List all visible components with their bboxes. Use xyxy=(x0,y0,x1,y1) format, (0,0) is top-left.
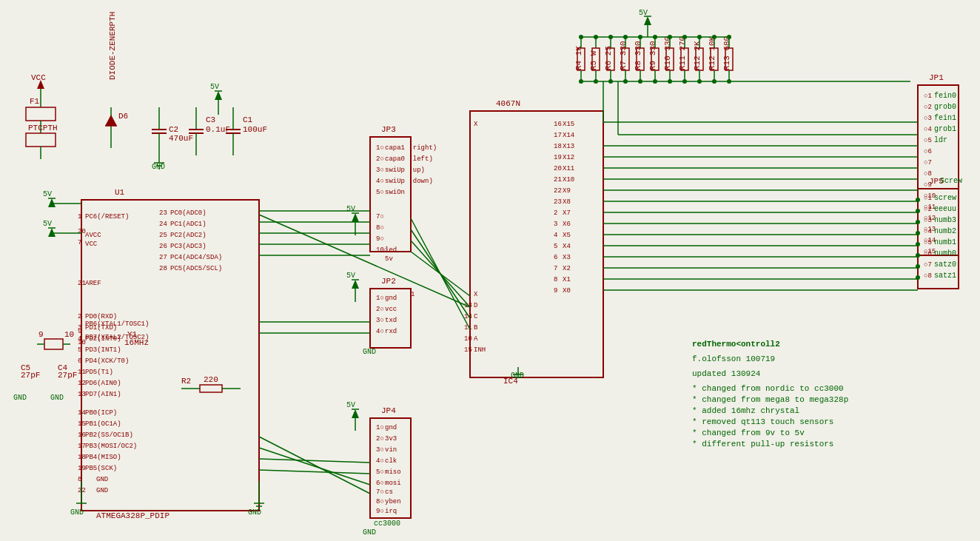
svg-text:9○: 9○ xyxy=(376,508,384,515)
svg-text:23: 23 xyxy=(159,209,167,217)
svg-text:○1: ○1 xyxy=(924,93,932,100)
svg-text:2○: 2○ xyxy=(376,155,384,163)
svg-text:4○: 4○ xyxy=(376,457,384,465)
svg-text:8○: 8○ xyxy=(376,498,384,505)
svg-text:PC3(ADC3): PC3(ADC3) xyxy=(170,243,207,250)
svg-text:1: 1 xyxy=(411,291,415,298)
svg-text:ATMEGA328P_PDIP: ATMEGA328P_PDIP xyxy=(96,511,170,520)
svg-text:R4 1K: R4 1K xyxy=(574,46,583,70)
svg-text:20: 20 xyxy=(78,228,86,235)
svg-text:2: 2 xyxy=(78,313,81,320)
schematic-canvas: ATMEGA328P_PDIP U1 PC0(ADC0) PC1(ADC1) P… xyxy=(0,0,980,541)
svg-text:5v: 5v xyxy=(385,255,393,263)
svg-text:○8: ○8 xyxy=(924,272,932,280)
svg-text:R6 25: R6 25 xyxy=(604,46,613,70)
svg-text:5V: 5V xyxy=(210,83,219,91)
svg-point-294 xyxy=(697,79,702,84)
svg-text:22: 22 xyxy=(554,187,562,195)
svg-text:PD1(TXD): PD1(TXD) xyxy=(85,324,117,332)
svg-text:20: 20 xyxy=(554,165,562,172)
svg-text:5V: 5V xyxy=(43,220,52,228)
svg-text:GND: GND xyxy=(363,528,376,537)
svg-text:5V: 5V xyxy=(346,401,355,409)
svg-point-275 xyxy=(594,35,598,39)
svg-text:R9 330: R9 330 xyxy=(648,41,657,70)
svg-text:GND: GND xyxy=(50,394,64,402)
svg-text:PB3(MOSI/OC2): PB3(MOSI/OC2) xyxy=(85,443,137,450)
svg-text:○7: ○7 xyxy=(924,159,932,167)
svg-point-358 xyxy=(916,231,920,235)
svg-point-274 xyxy=(579,35,583,39)
svg-text:6: 6 xyxy=(554,254,557,261)
svg-text:X15: X15 xyxy=(563,121,574,128)
svg-text:fein0: fein0 xyxy=(934,92,956,100)
svg-text:1○: 1○ xyxy=(376,144,384,152)
svg-text:7: 7 xyxy=(78,239,81,246)
svg-text:16: 16 xyxy=(554,121,562,128)
svg-text:F1: F1 xyxy=(30,97,40,106)
svg-text:PC2(ADC2): PC2(ADC2) xyxy=(170,232,207,239)
svg-text:○6: ○6 xyxy=(924,250,932,258)
svg-text:X: X xyxy=(474,121,478,128)
svg-text:11: 11 xyxy=(78,369,86,376)
svg-point-296 xyxy=(727,79,731,84)
svg-text:fein1: fein1 xyxy=(934,114,956,122)
svg-text:numb0: numb0 xyxy=(934,249,956,258)
svg-text:* added 16mhz chrystal: * added 16mhz chrystal xyxy=(692,406,799,415)
svg-text:18: 18 xyxy=(78,454,86,461)
svg-text:PD0(RXD): PD0(RXD) xyxy=(85,313,117,320)
svg-text:C1: C1 xyxy=(243,115,253,124)
svg-text:○5: ○5 xyxy=(924,137,932,144)
svg-text:7○: 7○ xyxy=(376,213,384,221)
svg-text:INH: INH xyxy=(474,346,486,354)
svg-text:JP3: JP3 xyxy=(381,125,396,134)
screw-label: Screw xyxy=(940,177,962,185)
svg-text:X14: X14 xyxy=(563,132,574,139)
svg-text:○4: ○4 xyxy=(924,126,932,133)
svg-text:19: 19 xyxy=(78,465,86,472)
svg-text:17: 17 xyxy=(78,443,86,450)
svg-point-289 xyxy=(623,79,628,84)
svg-point-356 xyxy=(916,209,920,213)
svg-text:txd: txd xyxy=(385,317,397,324)
svg-text:100uF: 100uF xyxy=(243,125,267,134)
svg-text:25: 25 xyxy=(159,232,167,239)
svg-text:PD5(T1): PD5(T1) xyxy=(85,369,113,376)
svg-text:GND: GND xyxy=(511,372,524,380)
svg-text:PTCPTH: PTCPTH xyxy=(28,124,58,132)
svg-text:PB5(SCK): PB5(SCK) xyxy=(85,465,117,472)
svg-text:○2: ○2 xyxy=(924,104,932,111)
svg-text:27pF: 27pF xyxy=(58,371,77,380)
svg-text:5: 5 xyxy=(554,243,557,250)
svg-point-282 xyxy=(697,35,702,39)
svg-text:PB4(MISO): PB4(MISO) xyxy=(85,454,121,461)
svg-text:irq: irq xyxy=(385,508,397,515)
svg-text:A: A xyxy=(474,335,478,343)
svg-text:PD3(INT1): PD3(INT1) xyxy=(85,346,121,354)
svg-point-291 xyxy=(653,79,657,84)
svg-text:PD7(AIN1): PD7(AIN1) xyxy=(85,391,121,398)
svg-text:X0: X0 xyxy=(563,287,571,295)
svg-point-279 xyxy=(653,35,657,39)
svg-text:4: 4 xyxy=(554,232,557,239)
svg-text:JP2: JP2 xyxy=(381,277,396,286)
svg-text:○6: ○6 xyxy=(924,148,932,155)
svg-text:X8: X8 xyxy=(563,198,571,206)
svg-text:17: 17 xyxy=(554,132,562,139)
svg-text:PB1(OC1A): PB1(OC1A) xyxy=(85,420,121,428)
svg-text:1○: 1○ xyxy=(376,295,384,302)
svg-text:GND: GND xyxy=(13,394,27,402)
svg-point-292 xyxy=(668,79,672,84)
svg-text:7: 7 xyxy=(554,265,557,272)
svg-text:4○: 4○ xyxy=(376,178,384,185)
svg-text:PC5(ADC5/SCL): PC5(ADC5/SCL) xyxy=(170,265,222,272)
svg-text:PD2(INT0): PD2(INT0) xyxy=(85,335,121,343)
svg-text:GND: GND xyxy=(96,487,108,494)
svg-text:VCC: VCC xyxy=(85,241,98,248)
svg-text:gnd: gnd xyxy=(385,424,397,431)
svg-text:PC1(ADC1): PC1(ADC1) xyxy=(170,221,207,228)
svg-text:cc3000: cc3000 xyxy=(374,520,400,528)
svg-text:21: 21 xyxy=(554,176,562,184)
svg-point-287 xyxy=(594,79,598,84)
svg-text:18: 18 xyxy=(554,143,562,150)
